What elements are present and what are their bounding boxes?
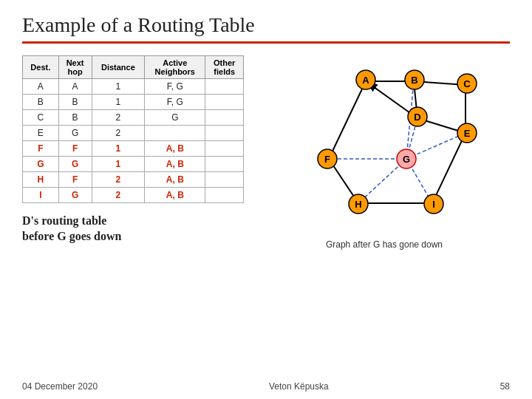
page-title: Example of a Routing Table <box>22 13 510 37</box>
svg-text:F: F <box>324 154 330 165</box>
footer-right: 58 <box>500 381 510 392</box>
table-row: GG1A, B <box>23 157 244 172</box>
svg-line-8 <box>432 133 466 203</box>
col-dest: Dest. <box>23 56 59 79</box>
table-caption: D's routing tablebefore G goes down <box>22 214 121 245</box>
slide: Example of a Routing Table Dest. Nexthop… <box>0 0 532 399</box>
col-distance: Distance <box>92 56 145 79</box>
table-row: AA1F, G <box>23 79 244 95</box>
col-active: ActiveNeighbors <box>145 56 205 79</box>
svg-line-5 <box>329 81 366 159</box>
footer-center: Veton Këpuska <box>269 381 329 392</box>
right-panel: A B C D E F <box>259 55 510 250</box>
table-row: CB2G <box>23 110 244 126</box>
graph-container: A B C D E F <box>270 59 499 236</box>
title-divider <box>22 41 510 44</box>
footer-left: 04 December 2020 <box>22 381 98 392</box>
svg-text:I: I <box>432 199 435 210</box>
svg-text:H: H <box>355 199 361 210</box>
table-row: HF2A, B <box>23 172 244 188</box>
left-panel: Dest. Nexthop Distance ActiveNeighbors O… <box>22 55 251 245</box>
svg-text:B: B <box>411 75 417 86</box>
routing-table: Dest. Nexthop Distance ActiveNeighbors O… <box>22 55 244 203</box>
content-area: Dest. Nexthop Distance ActiveNeighbors O… <box>22 55 510 250</box>
svg-text:C: C <box>463 78 471 89</box>
col-other: Otherfields <box>205 56 244 79</box>
svg-text:A: A <box>362 75 369 86</box>
table-row: EG2 <box>23 126 244 141</box>
graph-svg: A B C D E F <box>270 59 499 236</box>
svg-text:E: E <box>464 128 471 139</box>
table-row: FF1A, B <box>23 141 244 157</box>
footer: 04 December 2020 Veton Këpuska 58 <box>0 381 532 392</box>
table-row: BB1F, G <box>23 95 244 110</box>
svg-text:G: G <box>403 154 410 165</box>
table-row: IG2A, B <box>23 188 244 203</box>
svg-text:D: D <box>414 112 420 123</box>
graph-caption: Graph after G has gone down <box>326 239 443 250</box>
col-next: Nexthop <box>58 56 92 79</box>
